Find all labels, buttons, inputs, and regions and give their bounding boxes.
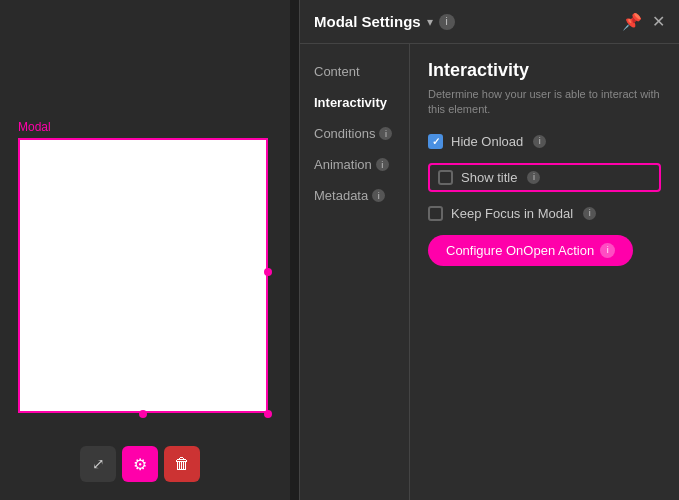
sidebar-item-label-animation: Animation bbox=[314, 157, 372, 172]
keep-focus-row: Keep Focus in Modal i bbox=[428, 206, 661, 221]
panel-info-icon[interactable]: i bbox=[439, 14, 455, 30]
resize-handle-bottom[interactable] bbox=[139, 410, 147, 418]
close-icon[interactable]: ✕ bbox=[652, 12, 665, 31]
panel-title: Modal Settings bbox=[314, 13, 421, 30]
hide-onload-label: Hide Onload i bbox=[451, 134, 546, 149]
external-link-icon: ⤢ bbox=[92, 455, 105, 473]
hide-onload-checkbox[interactable] bbox=[428, 134, 443, 149]
pin-icon[interactable]: 📌 bbox=[622, 12, 642, 31]
sidebar-item-interactivity[interactable]: Interactivity bbox=[300, 87, 409, 118]
show-title-row: Show title i bbox=[428, 163, 661, 192]
conditions-info-icon[interactable]: i bbox=[379, 127, 392, 140]
show-title-label: Show title bbox=[461, 170, 517, 185]
animation-info-icon[interactable]: i bbox=[376, 158, 389, 171]
panel-header-actions: 📌 ✕ bbox=[622, 12, 665, 31]
configure-btn-label: Configure OnOpen Action bbox=[446, 243, 594, 258]
trash-icon: 🗑 bbox=[174, 455, 190, 473]
sidebar-item-content[interactable]: Content bbox=[300, 56, 409, 87]
settings-button[interactable]: ⚙ bbox=[122, 446, 158, 482]
sidebar-item-label-content: Content bbox=[314, 64, 360, 79]
show-title-info-icon[interactable]: i bbox=[527, 171, 540, 184]
resize-handle-right[interactable] bbox=[264, 268, 272, 276]
modal-label: Modal bbox=[18, 120, 51, 134]
keep-focus-label: Keep Focus in Modal i bbox=[451, 206, 596, 221]
panel-title-area: Modal Settings ▾ i bbox=[314, 13, 455, 30]
interactivity-content: Interactivity Determine how your user is… bbox=[410, 44, 679, 500]
sidebar-item-conditions[interactable]: Conditions i bbox=[300, 118, 409, 149]
resize-handle-bottom-right[interactable] bbox=[264, 410, 272, 418]
panel-body: Content Interactivity Conditions i Anima… bbox=[300, 44, 679, 500]
hide-onload-info-icon[interactable]: i bbox=[533, 135, 546, 148]
settings-panel: Modal Settings ▾ i 📌 ✕ Content Interacti… bbox=[299, 0, 679, 500]
dropdown-arrow-icon[interactable]: ▾ bbox=[427, 15, 433, 29]
metadata-info-icon[interactable]: i bbox=[372, 189, 385, 202]
modal-box bbox=[18, 138, 268, 413]
configure-onopen-button[interactable]: Configure OnOpen Action i bbox=[428, 235, 633, 266]
canvas-area: Modal ⤢ ⚙ 🗑 bbox=[0, 0, 290, 500]
sidebar-item-label-metadata: Metadata bbox=[314, 188, 368, 203]
sidebar-item-label-conditions: Conditions bbox=[314, 126, 375, 141]
external-link-button[interactable]: ⤢ bbox=[80, 446, 116, 482]
panel-header: Modal Settings ▾ i 📌 ✕ bbox=[300, 0, 679, 44]
section-desc: Determine how your user is able to inter… bbox=[428, 87, 661, 118]
show-title-checkbox[interactable] bbox=[438, 170, 453, 185]
keep-focus-checkbox[interactable] bbox=[428, 206, 443, 221]
delete-button[interactable]: 🗑 bbox=[164, 446, 200, 482]
configure-btn-info-icon: i bbox=[600, 243, 615, 258]
sidebar-item-label-interactivity: Interactivity bbox=[314, 95, 387, 110]
keep-focus-info-icon[interactable]: i bbox=[583, 207, 596, 220]
sidebar-item-animation[interactable]: Animation i bbox=[300, 149, 409, 180]
section-title: Interactivity bbox=[428, 60, 661, 81]
sidebar-nav: Content Interactivity Conditions i Anima… bbox=[300, 44, 410, 500]
bottom-toolbar: ⤢ ⚙ 🗑 bbox=[80, 446, 200, 482]
sidebar-item-metadata[interactable]: Metadata i bbox=[300, 180, 409, 211]
gear-icon: ⚙ bbox=[133, 455, 147, 474]
hide-onload-row: Hide Onload i bbox=[428, 134, 661, 149]
